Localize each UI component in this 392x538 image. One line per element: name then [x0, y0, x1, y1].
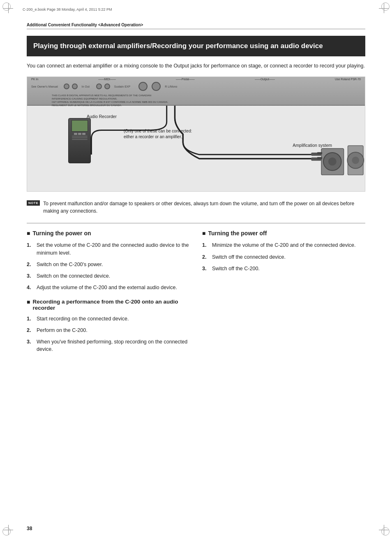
svg-point-7 — [352, 157, 359, 164]
list-item: 4. Adjust the volume of the C-200 and th… — [27, 284, 190, 291]
note-icon: NOTE — [27, 200, 40, 206]
bullet-turning-off: ■ — [202, 230, 205, 237]
rec-step-num-2: 2. — [27, 327, 33, 334]
crosshair-br — [379, 525, 389, 535]
off-step-text-3: Switch off the C-200. — [212, 265, 260, 272]
page-title: Playing through external amplifiers/Reco… — [27, 36, 365, 56]
recording-title: Recording a performance from the C-200 o… — [32, 299, 190, 311]
off-step-num-3: 3. — [202, 265, 209, 272]
svg-point-4 — [328, 158, 337, 166]
cables-svg — [27, 106, 365, 191]
step-text-3: Switch on the connected device. — [37, 272, 110, 280]
label-pedal: ——Pedal—— — [176, 78, 195, 81]
list-item: 2. Switch on the C-200's power. — [27, 261, 190, 268]
list-item: 1. Start recording on the connected devi… — [27, 315, 190, 322]
crosshair-tr — [379, 3, 389, 13]
turning-off-steps: 1. Minimize the volume of the C-200 and … — [202, 241, 365, 272]
port-exp — [104, 83, 110, 89]
sublabel-in-out: In Out — [82, 85, 90, 88]
annotation-bubble: (Only one of these can be connected: eit… — [124, 128, 198, 140]
keyboard-label-row: PK In ——MIDI—— ——Pedal—— ——Output—— Use … — [31, 78, 361, 81]
off-step-text-2: Switch off the connected device. — [212, 253, 286, 261]
label-pk-in: PK In — [31, 78, 38, 81]
connection-diagram: PK In ——MIDI—— ——Pedal—— ——Output—— Use … — [27, 77, 365, 192]
step-text-1: Set the volume of the C-200 and the conn… — [37, 241, 190, 256]
step-text-4: Adjust the volume of the C-200 and the e… — [37, 284, 177, 291]
keyboard-strip: PK In ——MIDI—— ——Pedal—— ——Output—— Use … — [27, 77, 365, 106]
list-item: 3. When you've finished performing, stop… — [27, 338, 190, 353]
step-num-2: 2. — [27, 261, 33, 268]
turning-on-title: Turning the power on — [32, 230, 91, 237]
port-output-l — [152, 82, 161, 91]
label-midi: ——MIDI—— — [98, 78, 116, 81]
intro-text: You can connect an external amplifier or… — [27, 62, 365, 70]
port-midi-out — [72, 83, 78, 89]
recording-steps: 1. Start recording on the connected devi… — [27, 315, 190, 353]
list-item: 3. Switch on the connected device. — [27, 272, 190, 280]
list-item: 1. Minimize the volume of the C-200 and … — [202, 241, 365, 249]
section-turning-off-heading: ■ Turning the power off — [202, 230, 365, 237]
list-item: 1. Set the volume of the C-200 and the c… — [27, 241, 190, 256]
sublabel-sustain-exp: Sustain EXP — [114, 85, 130, 88]
left-column: ■ Turning the power on 1. Set the volume… — [27, 230, 190, 360]
section-header: Additional Convenient Functionality <Adv… — [27, 23, 365, 29]
note-box: NOTE To prevent malfunction and/or damag… — [27, 200, 365, 215]
label-roland: Use Roland PSR-70 — [335, 78, 361, 81]
file-info-bar: C-200_e.book Page 38 Monday, April 4, 20… — [23, 7, 369, 12]
port-midi-in — [64, 83, 69, 89]
page-number: 38 — [27, 526, 32, 531]
sublabel-r-l-mono: R L/Mono — [165, 85, 177, 88]
amp-system-label: Amplification system — [293, 143, 332, 148]
divider — [27, 223, 365, 223]
keyboard-warning-text: THIS CLASS B DIGITAL APPARATUS MEETS ALL… — [52, 94, 361, 107]
section-turning-on-heading: ■ Turning the power on — [27, 230, 190, 237]
rec-step-text-3: When you've finished performing, stop re… — [37, 338, 190, 353]
list-item: 2. Switch off the connected device. — [202, 253, 365, 261]
step-num-1: 1. — [27, 241, 33, 256]
list-item: 3. Switch off the C-200. — [202, 265, 365, 272]
page: C-200_e.book Page 38 Monday, April 4, 20… — [0, 0, 392, 538]
note-text: To prevent malfunction and/or damage to … — [43, 200, 365, 215]
crosshair-bl — [3, 525, 13, 535]
list-item: 2. Perform on the C-200. — [27, 327, 190, 334]
rec-step-num-3: 3. — [27, 338, 33, 353]
sublabel-owners-manual: See Owner's Manual — [31, 85, 58, 88]
off-step-num-2: 2. — [202, 253, 209, 261]
right-column: ■ Turning the power off 1. Minimize the … — [202, 230, 365, 360]
port-output-r — [138, 82, 148, 91]
crosshair-tl — [3, 3, 13, 13]
two-columns: ■ Turning the power on 1. Set the volume… — [27, 230, 365, 360]
page-content: Additional Convenient Functionality <Adv… — [27, 23, 365, 515]
svg-rect-8 — [317, 152, 322, 154]
step-num-3: 3. — [27, 272, 33, 280]
off-step-text-1: Minimize the volume of the C-200 and of … — [212, 241, 356, 249]
bullet-recording: ■ — [27, 299, 30, 305]
rec-step-text-1: Start recording on the connected device. — [37, 315, 129, 322]
file-info-text: C-200_e.book Page 38 Monday, April 4, 20… — [23, 7, 112, 12]
port-sustain — [96, 83, 102, 89]
cables-area: Audio Recorder — [27, 106, 365, 191]
off-step-num-1: 1. — [202, 241, 209, 249]
step-text-2: Switch on the C-200's power. — [37, 261, 103, 268]
turning-off-title: Turning the power off — [208, 230, 267, 237]
turning-on-steps: 1. Set the volume of the C-200 and the c… — [27, 241, 190, 291]
svg-rect-9 — [317, 157, 322, 159]
label-output: ——Output—— — [255, 78, 275, 81]
rec-step-num-1: 1. — [27, 315, 33, 322]
rec-step-text-2: Perform on the C-200. — [37, 327, 88, 334]
step-num-4: 4. — [27, 284, 33, 291]
section-recording-heading: ■ Recording a performance from the C-200… — [27, 299, 190, 311]
annotation-text: (Only one of these can be connected: eit… — [124, 129, 192, 139]
bullet-turning-on: ■ — [27, 230, 30, 237]
